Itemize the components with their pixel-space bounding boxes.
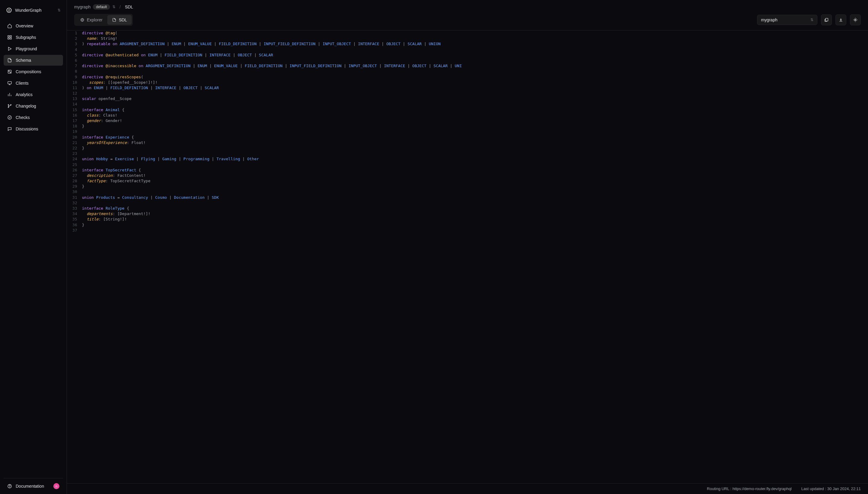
code-line: 10 scopes: [[openfed__Scope!]!]!: [67, 80, 868, 85]
chevron-updown-icon: ⇅: [810, 18, 813, 22]
routing-url: Routing URL : https://demo-router.fly.de…: [707, 487, 792, 491]
line-content: directive @requiresScopes(: [82, 74, 151, 80]
line-number: 9: [67, 74, 82, 80]
toolbar: ExplorerSDL mygraph ⇅: [67, 14, 868, 30]
sidebar-item-schema[interactable]: Schema: [4, 55, 63, 66]
sidebar-item-playground[interactable]: Playground: [4, 43, 63, 54]
code-line: 33interface RoleType {: [67, 206, 868, 211]
line-content: scalar openfed__Scope: [82, 96, 138, 101]
tab-sdl[interactable]: SDL: [107, 15, 132, 25]
code-editor[interactable]: 1directive @tag(2 name: String!3) repeat…: [67, 30, 868, 483]
line-content: gender: Gender!: [82, 118, 129, 124]
code-line: 18}: [67, 124, 868, 129]
svg-point-1: [9, 10, 10, 10]
line-content: [82, 129, 89, 134]
download-button[interactable]: [835, 15, 846, 25]
code-line: 29}: [67, 184, 868, 189]
svg-rect-7: [8, 70, 12, 74]
sidebar-item-overview[interactable]: Overview: [4, 20, 63, 31]
line-number: 8: [67, 69, 82, 74]
line-number: 13: [67, 96, 82, 101]
line-number: 5: [67, 52, 82, 58]
line-number: 14: [67, 101, 82, 107]
line-number: 36: [67, 222, 82, 228]
code-line: 4: [67, 47, 868, 52]
code-line: 17 gender: Gender!: [67, 118, 868, 124]
sidebar-item-clients[interactable]: Clients: [4, 78, 63, 89]
code-line: 22}: [67, 146, 868, 151]
documentation-link[interactable]: Documentation: [7, 484, 50, 489]
breadcrumb: mygraph default ⇅ / SDL: [67, 0, 868, 14]
line-number: 11: [67, 85, 82, 91]
breadcrumb-sep: /: [119, 4, 121, 10]
code-line: 27 description: FactContent!: [67, 173, 868, 178]
code-line: 28 factType: TopSecretFactType: [67, 178, 868, 184]
line-number: 21: [67, 140, 82, 146]
code-line: 23: [67, 151, 868, 156]
code-line: 7directive @inaccessible on ARGUMENT_DEF…: [67, 63, 868, 69]
sidebar-item-subgraphs[interactable]: Subgraphs: [4, 32, 63, 43]
line-number: 2: [67, 36, 82, 41]
line-number: 29: [67, 184, 82, 189]
settings-button[interactable]: [850, 15, 861, 25]
sidebar-item-label: Compositions: [16, 69, 41, 74]
tab-explorer[interactable]: Explorer: [75, 15, 107, 25]
line-content: [82, 200, 89, 206]
line-content: [82, 101, 89, 107]
line-content: interface Animal {: [82, 107, 132, 113]
breadcrumb-badge[interactable]: default: [93, 4, 110, 10]
code-line: 14: [67, 101, 868, 107]
line-content: factType: TopSecretFactType: [82, 178, 158, 184]
code-line: 37: [67, 228, 868, 233]
grid-icon: [7, 35, 12, 40]
line-content: departments: [Department!]!: [82, 211, 158, 216]
line-number: 33: [67, 206, 82, 211]
line-content: union Products = Consultancy | Cosmo | D…: [82, 195, 226, 200]
line-content: name: String!: [82, 36, 125, 41]
sidebar-item-checks[interactable]: Checks: [4, 112, 63, 123]
chevron-updown-icon[interactable]: ⇅: [112, 5, 115, 9]
line-content: [82, 91, 89, 96]
code-line: 31union Products = Consultancy | Cosmo |…: [67, 195, 868, 200]
svg-rect-2: [8, 36, 10, 37]
sidebar-item-label: Overview: [16, 23, 33, 28]
line-content: [82, 162, 89, 168]
sidebar-item-changelog[interactable]: Changelog: [4, 101, 63, 111]
line-content: union Hobby = Exercise | Flying | Gaming…: [82, 156, 266, 162]
sidebar-item-label: Subgraphs: [16, 35, 36, 40]
line-number: 1: [67, 31, 82, 36]
avatar[interactable]: n: [53, 483, 59, 489]
svg-marker-6: [8, 47, 11, 51]
code-line: 12: [67, 91, 868, 96]
svg-point-19: [855, 19, 856, 20]
main: mygraph default ⇅ / SDL ExplorerSDL mygr…: [67, 0, 868, 494]
line-content: interface Experience {: [82, 135, 141, 140]
breadcrumb-current: SDL: [125, 4, 133, 10]
org-switcher[interactable]: WunderGraph ⇅: [4, 5, 63, 16]
line-content: [82, 69, 89, 74]
code-line: 16 class: Class!: [67, 113, 868, 118]
sidebar-item-analytics[interactable]: Analytics: [4, 89, 63, 100]
sidebar-item-discussions[interactable]: Discussions: [4, 124, 63, 134]
line-number: 34: [67, 211, 82, 216]
sidebar-item-label: Checks: [16, 115, 30, 120]
line-number: 23: [67, 151, 82, 156]
sidebar-nav: OverviewSubgraphsPlaygroundSchemaComposi…: [4, 20, 63, 478]
copy-button[interactable]: [821, 15, 832, 25]
play-icon: [7, 46, 12, 51]
help-icon: [7, 484, 12, 489]
globe-icon: [80, 18, 85, 22]
sidebar-item-label: Changelog: [16, 103, 36, 109]
breadcrumb-graph[interactable]: mygraph: [74, 4, 90, 10]
line-number: 26: [67, 168, 82, 173]
line-number: 16: [67, 113, 82, 118]
chat-icon: [7, 127, 12, 131]
line-number: 31: [67, 195, 82, 200]
bars-icon: [7, 92, 12, 97]
line-number: 12: [67, 91, 82, 96]
graph-select[interactable]: mygraph ⇅: [757, 15, 817, 25]
line-content: ) repeatable on ARGUMENT_DEFINITION | EN…: [82, 41, 448, 47]
tab-label: Explorer: [87, 17, 103, 22]
code-line: 35 title: [String!]!: [67, 216, 868, 222]
sidebar-item-compositions[interactable]: Compositions: [4, 66, 63, 77]
